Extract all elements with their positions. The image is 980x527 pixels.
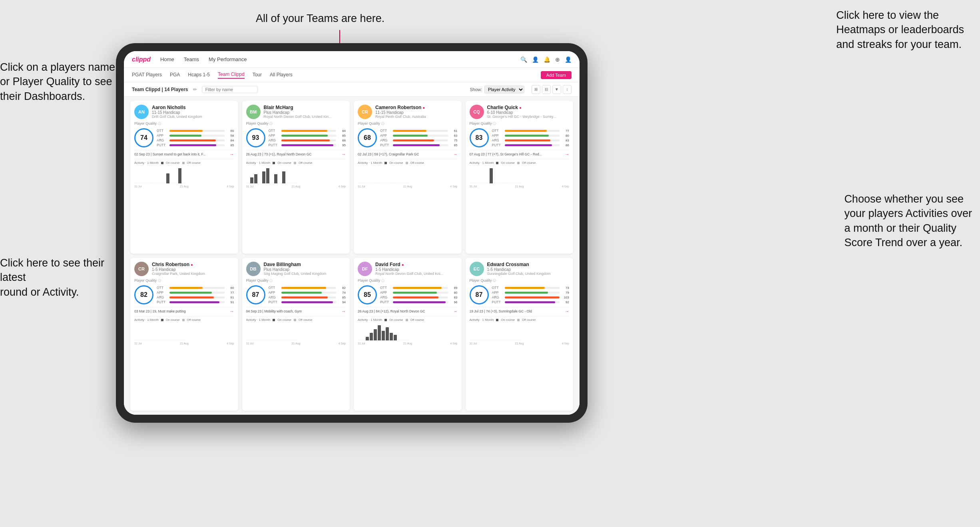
stat-bar-arg	[393, 296, 438, 298]
settings-icon[interactable]: ⊕	[555, 56, 560, 63]
stat-bar-container-ott	[505, 130, 560, 132]
player-card[interactable]: CR Cameron Robertson● 11-15 Handicap Roy…	[354, 101, 462, 254]
player-card[interactable]: CR Chris Robertson● 1-5 Handicap Craigmi…	[130, 258, 238, 411]
activity-arrow-icon[interactable]: →	[230, 309, 234, 314]
profile-icon[interactable]: 👤	[532, 56, 539, 63]
filter-icon[interactable]: ▼	[552, 85, 561, 94]
latest-activity[interactable]: 03 Mar 23 | 19, Must make putting →	[134, 307, 234, 314]
player-name[interactable]: Chris Robertson●	[152, 262, 234, 267]
tab-tour[interactable]: Tour	[253, 72, 262, 78]
player-name[interactable]: Blair McHarg	[264, 105, 346, 110]
player-card[interactable]: DB Dave Billingham Plus Handicap Sög Mag…	[242, 258, 350, 411]
player-name[interactable]: Aaron Nicholls	[152, 105, 234, 110]
latest-activity[interactable]: 02 Sep 23 | Sunset round to get back int…	[134, 150, 234, 157]
latest-activity[interactable]: 07 Aug 23 | 77 (+7), St George's Hill GC…	[470, 150, 570, 157]
player-card[interactable]: AN Aaron Nicholls 11-15 Handicap Drift G…	[130, 101, 238, 254]
activity-arrow-icon[interactable]: →	[565, 152, 569, 157]
stat-row-arg: ARG 83	[380, 295, 458, 299]
player-card[interactable]: EC Edward Crossman 1-5 Handicap Sunningd…	[466, 258, 574, 411]
player-name[interactable]: Dave Billingham	[264, 262, 346, 267]
player-card[interactable]: DF David Ford● 1-5 Handicap Royal North …	[354, 258, 462, 411]
latest-activity[interactable]: 26 Aug 23 | 73 (+1), Royal North Devon G…	[246, 150, 346, 157]
player-card[interactable]: CQ Charlie Quick● 6-10 Handicap St. Geor…	[466, 101, 574, 254]
quality-section[interactable]: 87 OTT 82 APP 74 ARG 85 PUTT	[246, 285, 346, 304]
quality-circle[interactable]: 68	[358, 128, 377, 147]
quality-section[interactable]: 74 OTT 60 APP 58 ARG 84 PUTT	[134, 128, 234, 147]
player-name[interactable]: Charlie Quick●	[487, 105, 570, 110]
player-name[interactable]: David Ford●	[375, 262, 458, 267]
stat-value-arg: 85	[338, 296, 346, 299]
tab-all-players[interactable]: All Players	[270, 72, 293, 78]
off-course-label: Off course	[410, 161, 424, 165]
nav-home[interactable]: Home	[160, 56, 174, 62]
stat-bar-ott	[281, 130, 328, 132]
chart-header: Activity · 1 Month On course Off course	[246, 318, 346, 322]
quality-circle[interactable]: 85	[358, 285, 377, 304]
stat-label-putt: PUTT	[380, 300, 391, 304]
activity-arrow-icon[interactable]: →	[453, 152, 458, 157]
stat-value-putt: 86	[561, 143, 569, 147]
quality-stats: OTT 77 APP 80 ARG 83 PUTT 86	[492, 129, 570, 147]
activity-arrow-icon[interactable]: →	[565, 309, 569, 314]
quality-section[interactable]: 87 OTT 73 APP 79 ARG 103 PUTT	[470, 285, 570, 304]
chart-bar	[294, 183, 297, 183]
activity-arrow-icon[interactable]: →	[453, 309, 458, 314]
quality-circle[interactable]: 74	[134, 128, 153, 147]
stat-bar-container-arg	[169, 139, 225, 141]
tab-team-clippd[interactable]: Team Clippd	[218, 72, 245, 79]
stat-value-ott: 89	[450, 286, 458, 290]
chart-labels: 31 Jul 21 Aug 4 Sep	[358, 185, 458, 188]
search-icon[interactable]: 🔍	[520, 56, 527, 63]
quality-label: Player Quality ⓘ	[134, 278, 234, 283]
player-card[interactable]: BM Blair McHarg Plus Handicap Royal Nort…	[242, 101, 350, 254]
quality-section[interactable]: 93 OTT 84 APP 85 ARG 88 PUTT	[246, 128, 346, 147]
sort-icon[interactable]: ↕	[563, 85, 572, 94]
chart-label-mid: 21 Aug	[180, 185, 189, 188]
activity-arrow-icon[interactable]: →	[341, 309, 346, 314]
stat-bar-app	[505, 135, 549, 137]
chart-label-start: 31 Jul	[358, 342, 365, 345]
quality-circle[interactable]: 82	[134, 285, 153, 304]
nav-performance[interactable]: My Performance	[209, 56, 247, 62]
edit-team-icon[interactable]: ✏	[193, 87, 197, 92]
chart-bar	[494, 340, 497, 340]
tab-pgat[interactable]: PGAT Players	[132, 72, 162, 78]
quality-circle[interactable]: 83	[470, 128, 489, 147]
chart-bar	[518, 183, 521, 183]
stat-bar-app	[505, 292, 548, 294]
quality-circle[interactable]: 87	[246, 285, 265, 304]
stat-bar-container-ott	[169, 287, 225, 289]
stat-value-app: 80	[450, 291, 458, 294]
list-view-icon[interactable]: ⊟	[542, 85, 551, 94]
quality-section[interactable]: 85 OTT 89 APP 80 ARG 83 PUTT	[358, 285, 458, 304]
chart-bar	[378, 183, 381, 183]
latest-activity[interactable]: 04 Sep 23 | Mobility with coach, Gym →	[246, 307, 346, 314]
quality-section[interactable]: 83 OTT 77 APP 80 ARG 83 PUTT	[470, 128, 570, 147]
quality-circle[interactable]: 87	[470, 285, 489, 304]
stat-value-putt: 92	[561, 300, 569, 304]
latest-activity[interactable]: 02 Jul 23 | 59 (+17), Craigmillar Park G…	[358, 150, 458, 157]
show-select[interactable]: Player Activity	[484, 86, 524, 93]
latest-activity[interactable]: 26 Aug 23 | 84 (+12), Royal North Devon …	[358, 307, 458, 314]
grid-view-icon[interactable]: ⊞	[532, 85, 540, 94]
stat-bar-container-putt	[281, 301, 337, 303]
quality-circle[interactable]: 93	[246, 128, 265, 147]
tab-pga[interactable]: PGA	[170, 72, 180, 78]
activity-arrow-icon[interactable]: →	[230, 152, 234, 157]
stat-label-arg: ARG	[157, 295, 168, 299]
nav-teams[interactable]: Teams	[184, 56, 199, 62]
quality-section[interactable]: 68 OTT 61 APP 63 ARG 75 PUTT	[358, 128, 458, 147]
stat-label-putt: PUTT	[157, 143, 168, 147]
player-name[interactable]: Cameron Robertson●	[375, 105, 458, 110]
chart-area	[358, 323, 458, 341]
bell-icon[interactable]: 🔔	[544, 56, 550, 63]
user-icon[interactable]: 👤	[565, 56, 572, 63]
player-name[interactable]: Edward Crossman	[487, 262, 570, 267]
activity-arrow-icon[interactable]: →	[341, 152, 346, 157]
quality-section[interactable]: 82 OTT 60 APP 77 ARG 81 PUTT	[134, 285, 234, 304]
avatar-initials: EC	[474, 266, 480, 271]
add-team-button[interactable]: Add Team	[541, 71, 572, 79]
search-input[interactable]	[202, 86, 258, 93]
latest-activity[interactable]: 19 Jul 23 | 74 (+3), Sunningdale GC - Ol…	[470, 307, 570, 314]
tab-hcaps[interactable]: Hcaps 1-5	[188, 72, 210, 78]
